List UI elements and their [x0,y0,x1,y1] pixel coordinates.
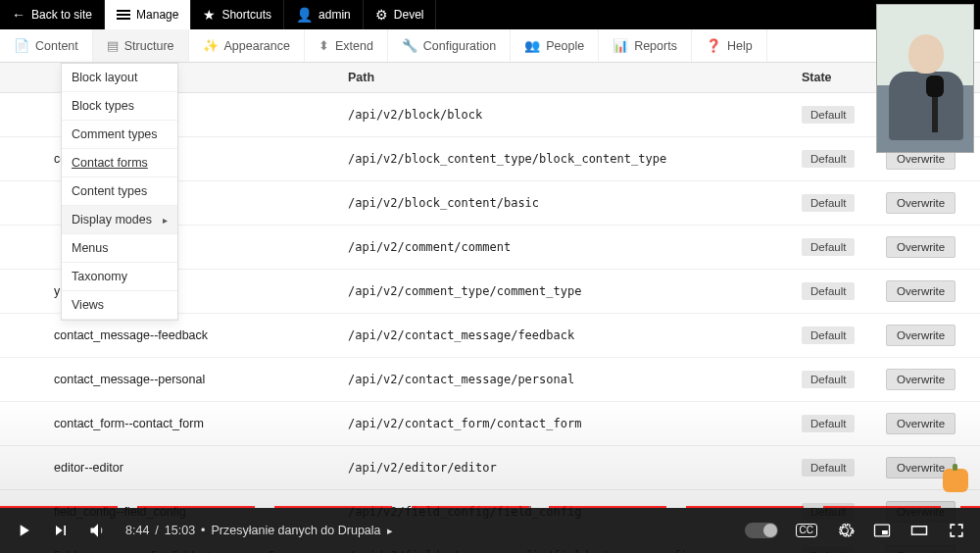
time-display: 8:44 / 15:03 • Przesyłanie danych do Dru… [125,524,393,537]
shortcuts-link[interactable]: ★ Shortcuts [191,0,284,29]
menu-content-label: Content [35,39,78,53]
menu-people[interactable]: 👥 People [511,29,599,62]
svg-rect-1 [882,530,888,534]
menu-extend-label: Extend [335,39,373,53]
row-name: contact_message--feedback [54,328,348,342]
admin-user-link[interactable]: 👤 admin [284,0,364,29]
row-path: /api/v2/editor/editor [348,461,802,475]
row-ops: Overwrite [886,236,980,258]
overwrite-button[interactable]: Overwrite [886,192,956,214]
row-path: /api/v2/block_content/basic [348,196,802,210]
overwrite-button[interactable]: Overwrite [886,325,956,346]
table-row: contact_form--contact_form/api/v2/contac… [0,402,980,446]
menu-content[interactable]: 📄 Content [0,29,93,62]
gear-icon: ⚙ [375,8,388,22]
manage-toggle[interactable]: Manage [105,0,191,29]
state-badge: Default [802,194,855,212]
row-ops: Overwrite [886,413,980,434]
devel-link[interactable]: ⚙ Devel [364,0,437,29]
table-row: editor--editor/api/v2/editor/editorDefau… [0,446,980,490]
miniplayer-button[interactable] [872,521,892,540]
structure-dropdown: Block layout Block types Comment types C… [61,63,178,321]
manage-label: Manage [136,8,178,22]
chevron-right-icon: ▸ [163,215,168,226]
hamburger-icon [117,8,130,22]
file-icon: 📄 [14,38,29,53]
row-state: Default [802,282,886,300]
wand-icon: ✨ [203,38,219,53]
row-ops: Overwrite [886,369,980,390]
row-state: Default [802,106,886,124]
next-button[interactable] [51,521,71,540]
menu-help-label: Help [727,39,753,53]
state-badge: Default [802,238,855,256]
fullscreen-button[interactable] [947,521,966,540]
channel-watermark-icon[interactable] [943,469,968,492]
volume-button[interactable] [88,521,108,540]
captions-button[interactable]: CC [796,524,817,537]
menu-appearance[interactable]: ✨ Appearance [189,29,305,62]
row-path: /api/v2/contact_message/feedback [348,328,802,342]
row-state: Default [802,327,886,344]
admin-user-label: admin [318,8,351,22]
state-badge: Default [802,327,855,344]
autoplay-toggle[interactable] [745,523,778,538]
row-ops: Overwrite [886,192,980,214]
state-badge: Default [802,282,855,300]
play-button[interactable] [14,521,33,540]
overwrite-button[interactable]: Overwrite [886,280,956,302]
row-path: /api/v2/comment_type/comment_type [348,284,802,298]
row-name: contact_form--contact_form [54,417,348,430]
overwrite-button[interactable]: Overwrite [886,369,956,390]
menu-appearance-label: Appearance [224,39,290,53]
star-icon: ★ [203,8,216,22]
row-path: /api/v2/contact_message/personal [348,373,802,386]
menu-configuration[interactable]: 🔧 Configuration [388,29,511,62]
menu-structure-label: Structure [124,39,174,53]
admin-menubar: 📄 Content ▤ Structure ✨ Appearance ⬍ Ext… [0,29,980,63]
microphone-icon [932,89,938,132]
back-to-site-link[interactable]: ← Back to site [0,0,105,29]
menu-configuration-label: Configuration [423,39,496,53]
dropdown-contact-forms[interactable]: Contact forms [62,149,177,177]
settings-button[interactable] [835,521,855,540]
menu-reports-label: Reports [634,39,677,53]
overwrite-button[interactable]: Overwrite [886,413,956,434]
chart-icon: 📊 [612,38,628,53]
dropdown-menus[interactable]: Menus [62,234,177,263]
dropdown-block-types[interactable]: Block types [62,92,177,121]
menu-structure[interactable]: ▤ Structure [93,29,189,62]
state-badge: Default [802,459,855,477]
dropdown-content-types[interactable]: Content types [62,177,177,206]
time-current: 8:44 [125,524,149,537]
row-path: /api/v2/contact_form/contact_form [348,417,802,430]
dropdown-display-modes[interactable]: Display modes ▸ [62,206,177,234]
dropdown-views[interactable]: Views [62,291,177,320]
chevron-right-icon[interactable]: ▸ [387,525,393,537]
admin-topbar: ← Back to site Manage ★ Shortcuts 👤 admi… [0,0,980,29]
state-badge: Default [802,415,855,432]
dropdown-block-layout[interactable]: Block layout [62,64,177,92]
menu-reports[interactable]: 📊 Reports [599,29,692,62]
puzzle-icon: ⬍ [318,38,329,53]
row-state: Default [802,194,886,212]
row-ops: Overwrite [886,325,980,346]
col-state: State [802,71,886,84]
row-path: /api/v2/comment/comment [348,240,802,254]
state-badge: Default [802,106,855,124]
menu-help[interactable]: ❓ Help [692,29,767,62]
row-state: Default [802,150,886,168]
menu-extend[interactable]: ⬍ Extend [305,29,388,62]
chapter-title: Przesyłanie danych do Drupala [212,524,381,537]
col-path: Path [348,71,802,84]
theater-button[interactable] [909,521,929,540]
user-icon: 👤 [296,8,313,22]
people-icon: 👥 [524,38,540,53]
overwrite-button[interactable]: Overwrite [886,236,956,258]
dropdown-taxonomy[interactable]: Taxonomy [62,263,177,291]
row-path: /api/v2/block/block [348,108,802,122]
dropdown-comment-types[interactable]: Comment types [62,121,177,149]
row-state: Default [802,459,886,477]
presenter-webcam [876,4,974,153]
row-state: Default [802,415,886,432]
